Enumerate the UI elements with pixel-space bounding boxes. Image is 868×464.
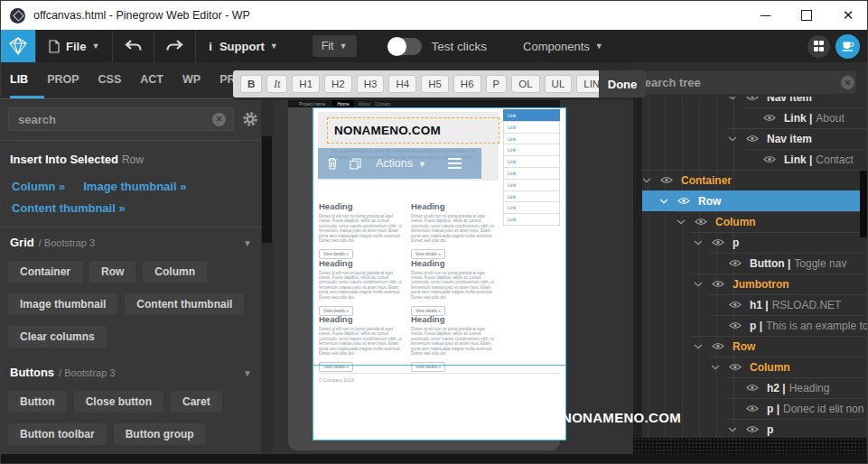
expand-chevron-icon[interactable] bbox=[711, 365, 720, 370]
format-h4-button[interactable]: H4 bbox=[388, 75, 416, 94]
visibility-eye-icon[interactable] bbox=[746, 404, 759, 413]
preview-nav-item[interactable]: About bbox=[359, 101, 370, 107]
visibility-eye-icon[interactable] bbox=[746, 384, 759, 392]
library-scrollbar[interactable] bbox=[261, 100, 273, 454]
format-ol-button[interactable]: OL bbox=[511, 75, 539, 94]
preview-page[interactable]: NONAMENO.COM This is an example to show … bbox=[313, 107, 566, 441]
visibility-eye-icon[interactable] bbox=[695, 218, 707, 226]
preview-link-item[interactable]: Link bbox=[503, 109, 560, 122]
format-ul-button[interactable]: UL bbox=[545, 75, 573, 94]
preview-brand[interactable]: Project name bbox=[299, 101, 325, 107]
visibility-eye-icon[interactable] bbox=[712, 238, 724, 246]
visibility-eye-icon[interactable] bbox=[763, 155, 776, 163]
visibility-eye-icon[interactable] bbox=[729, 321, 742, 329]
hero-title-selection-outline[interactable]: NONAMENO.COM bbox=[327, 117, 499, 144]
preview-link-item[interactable]: Link bbox=[503, 167, 560, 180]
format-h5-button[interactable]: H5 bbox=[421, 75, 449, 94]
card-heading[interactable]: Heading bbox=[319, 201, 403, 211]
insert-link[interactable]: Image thumbnail » bbox=[83, 180, 186, 193]
visibility-eye-icon[interactable] bbox=[746, 135, 759, 143]
expand-chevron-icon[interactable] bbox=[642, 178, 651, 183]
visibility-eye-icon[interactable] bbox=[763, 114, 776, 122]
component-button-column[interactable]: Column bbox=[143, 261, 207, 283]
tree-row[interactable]: h2 |Heading bbox=[633, 377, 868, 398]
component-button-content-thumbnail[interactable]: Content thumbnail bbox=[125, 293, 244, 315]
visibility-eye-icon[interactable] bbox=[660, 176, 673, 184]
donate-button[interactable] bbox=[835, 34, 860, 59]
collapse-chevron-icon[interactable]: ▼ bbox=[243, 368, 252, 378]
fit-dropdown[interactable]: Fit▼ bbox=[313, 35, 357, 57]
visibility-eye-icon[interactable] bbox=[712, 280, 724, 288]
format-it-button[interactable]: It bbox=[266, 75, 287, 94]
section-header[interactable]: Buttons/ Bootstrap 3▼ bbox=[10, 366, 252, 379]
component-button-row[interactable]: Row bbox=[89, 261, 135, 283]
card-body-text[interactable]: Donec id elit non mi porta gravida at eg… bbox=[319, 327, 403, 356]
expand-chevron-icon[interactable] bbox=[728, 427, 737, 432]
maximize-button[interactable] bbox=[786, 1, 827, 30]
format-p-button[interactable]: P bbox=[486, 75, 508, 94]
duplicate-icon[interactable] bbox=[350, 158, 361, 170]
panels-grid-button[interactable] bbox=[807, 35, 830, 58]
actions-dropdown[interactable]: Actions▼ bbox=[376, 157, 426, 170]
format-h6-button[interactable]: H6 bbox=[453, 75, 481, 94]
component-button-container[interactable]: Container bbox=[8, 261, 82, 283]
tree-row[interactable]: Row bbox=[633, 336, 868, 357]
component-button-image-thumbnail[interactable]: Image thumbnail bbox=[8, 293, 117, 315]
collapse-chevron-icon[interactable]: ▼ bbox=[243, 238, 252, 248]
card-body-text[interactable]: Donec id elit non mi porta gravida at eg… bbox=[411, 271, 495, 300]
hamburger-menu-icon[interactable] bbox=[448, 158, 462, 170]
tree-row[interactable]: Row bbox=[633, 190, 868, 211]
library-search-input[interactable]: search ✕ bbox=[8, 107, 234, 131]
card-heading[interactable]: Heading bbox=[319, 258, 403, 268]
component-button-button[interactable]: Button bbox=[8, 391, 67, 413]
expand-chevron-icon[interactable] bbox=[694, 282, 703, 287]
insert-link[interactable]: Column » bbox=[12, 180, 65, 193]
card-heading[interactable]: Heading bbox=[411, 201, 495, 211]
expand-chevron-icon[interactable] bbox=[694, 344, 703, 349]
components-menu[interactable]: Components▼ bbox=[510, 30, 616, 62]
tree-row[interactable]: Link |Contact bbox=[633, 149, 868, 170]
preview-link-item[interactable]: Link bbox=[503, 144, 560, 156]
card-body-text[interactable]: Donec id elit non mi porta gravida at eg… bbox=[319, 214, 403, 243]
expand-chevron-icon[interactable] bbox=[728, 136, 737, 142]
tree-row[interactable]: Column bbox=[633, 211, 868, 232]
preview-link-item[interactable]: Link bbox=[503, 155, 560, 168]
component-button-button-group[interactable]: Button group bbox=[114, 423, 206, 445]
tree-row[interactable]: Jumbotron bbox=[633, 274, 868, 294]
preview-nav-item[interactable]: Contact bbox=[375, 101, 390, 107]
done-button[interactable]: Done bbox=[599, 70, 646, 97]
test-clicks-toggle[interactable] bbox=[387, 38, 422, 55]
visibility-eye-icon[interactable] bbox=[729, 301, 742, 309]
tree-search-input[interactable]: Search tree bbox=[633, 71, 856, 94]
tree-row[interactable]: Nav item bbox=[633, 128, 868, 149]
preview-link-item[interactable]: Link bbox=[503, 121, 560, 134]
pinegrow-logo-button[interactable] bbox=[1, 30, 35, 62]
card-heading[interactable]: Heading bbox=[411, 258, 495, 268]
section-header[interactable]: Grid/ Bootstrap 3▼ bbox=[10, 236, 252, 249]
tree-row[interactable]: h1 |RSLOAD.NET bbox=[633, 294, 868, 315]
card-heading[interactable]: Heading bbox=[411, 314, 495, 324]
expand-chevron-icon[interactable] bbox=[659, 199, 668, 204]
tab-act[interactable]: ACT bbox=[140, 62, 163, 97]
tree-row[interactable]: p |This is an example to sh bbox=[633, 315, 868, 336]
visibility-eye-icon[interactable] bbox=[712, 342, 724, 350]
format-h1-button[interactable]: H1 bbox=[292, 75, 320, 94]
tree-row[interactable]: Column bbox=[633, 357, 868, 377]
trash-icon[interactable] bbox=[327, 157, 338, 170]
card-body-text[interactable]: Donec id elit non mi porta gravida at eg… bbox=[411, 214, 495, 243]
expand-chevron-icon[interactable] bbox=[677, 219, 686, 225]
preview-nav-item[interactable]: Home bbox=[332, 100, 353, 107]
minimize-button[interactable] bbox=[744, 1, 786, 30]
visibility-eye-icon[interactable] bbox=[729, 363, 742, 371]
tree-search-clear-icon[interactable]: ✕ bbox=[841, 76, 854, 89]
visibility-eye-icon[interactable] bbox=[677, 197, 690, 205]
component-button-caret[interactable]: Caret bbox=[171, 391, 222, 413]
tab-css[interactable]: CSS bbox=[98, 62, 122, 97]
support-menu[interactable]: i Support▼ bbox=[196, 30, 290, 62]
tab-wp[interactable]: WP bbox=[182, 62, 201, 97]
visibility-eye-icon[interactable] bbox=[746, 425, 759, 433]
visibility-eye-icon[interactable] bbox=[729, 259, 742, 267]
redo-button[interactable] bbox=[154, 30, 195, 62]
preview-link-item[interactable]: Link bbox=[503, 133, 560, 145]
tab-lib[interactable]: LIB bbox=[10, 62, 28, 97]
